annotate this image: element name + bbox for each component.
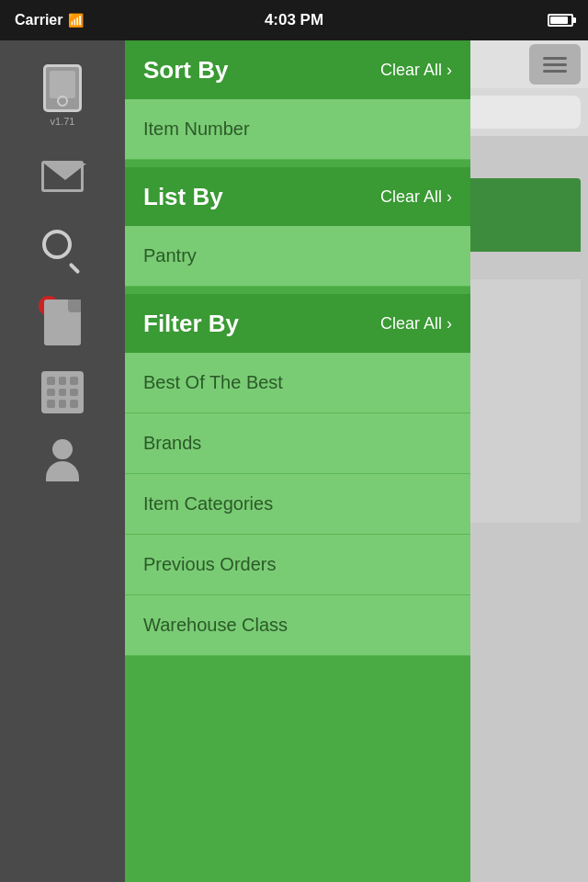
- list-pantry-row[interactable]: Pantry: [125, 226, 470, 287]
- filter-item-categories-label: Item Categories: [143, 493, 273, 514]
- sidebar-item-profile[interactable]: [0, 426, 125, 494]
- overlay-panel: Sort By Clear All › Item Number List By …: [125, 40, 470, 882]
- list-by-header: List By Clear All ›: [125, 167, 470, 226]
- battery-icon: [548, 14, 573, 27]
- mail-icon: [39, 153, 86, 200]
- list-clear-all-button[interactable]: Clear All ›: [380, 187, 452, 207]
- filter-by-header: Filter By Clear All ›: [125, 294, 470, 353]
- filter-warehouse-class-label: Warehouse Class: [143, 615, 288, 636]
- sidebar: v1.71 1: [0, 40, 125, 882]
- search-icon: [39, 226, 86, 274]
- filter-best-of-best-row[interactable]: Best Of The Best: [125, 353, 470, 413]
- carrier-label: Carrier 📶: [15, 12, 84, 28]
- filter-item-categories-row[interactable]: Item Categories: [125, 474, 470, 535]
- filter-brands-label: Brands: [143, 433, 201, 454]
- sort-by-header: Sort By Clear All ›: [125, 40, 470, 99]
- filter-brands-row[interactable]: Brands: [125, 413, 470, 474]
- time-label: 4:03 PM: [265, 11, 323, 29]
- sidebar-item-tablet[interactable]: v1.71: [0, 51, 125, 140]
- person-icon: [46, 439, 79, 481]
- filter-warehouse-class-row[interactable]: Warehouse Class: [125, 595, 470, 656]
- filter-previous-orders-label: Previous Orders: [143, 554, 277, 575]
- sidebar-item-mail[interactable]: [0, 140, 125, 213]
- sidebar-item-search[interactable]: [0, 213, 125, 287]
- wifi-icon: 📶: [68, 13, 84, 28]
- list-by-title: List By: [143, 183, 223, 211]
- section-gap-1: [125, 160, 470, 167]
- battery-area: [548, 14, 573, 27]
- tablet-icon: [39, 64, 86, 112]
- sort-clear-all-button[interactable]: Clear All ›: [380, 61, 452, 80]
- status-bar: Carrier 📶 4:03 PM: [0, 0, 588, 40]
- filter-by-title: Filter By: [143, 310, 239, 338]
- sidebar-item-documents[interactable]: 1: [0, 287, 125, 358]
- filter-clear-all-button[interactable]: Clear All ›: [380, 314, 452, 334]
- sort-item-number-row[interactable]: Item Number: [125, 99, 470, 160]
- filter-best-of-best-label: Best Of The Best: [143, 372, 283, 393]
- content-area: Search Items › Fo: [125, 40, 588, 882]
- sidebar-item-calculator[interactable]: [0, 358, 125, 426]
- sort-by-title: Sort By: [143, 56, 228, 85]
- version-label: v1.71: [51, 116, 75, 127]
- menu-button[interactable]: [529, 44, 581, 85]
- documents-icon: 1: [44, 300, 81, 345]
- list-pantry-label: Pantry: [143, 245, 197, 266]
- filter-previous-orders-row[interactable]: Previous Orders: [125, 535, 470, 595]
- section-gap-2: [125, 287, 470, 294]
- sort-item-number-label: Item Number: [143, 119, 250, 140]
- panel-bottom-padding: [125, 656, 470, 729]
- main-layout: v1.71 1: [0, 40, 588, 882]
- calculator-icon: [41, 371, 84, 413]
